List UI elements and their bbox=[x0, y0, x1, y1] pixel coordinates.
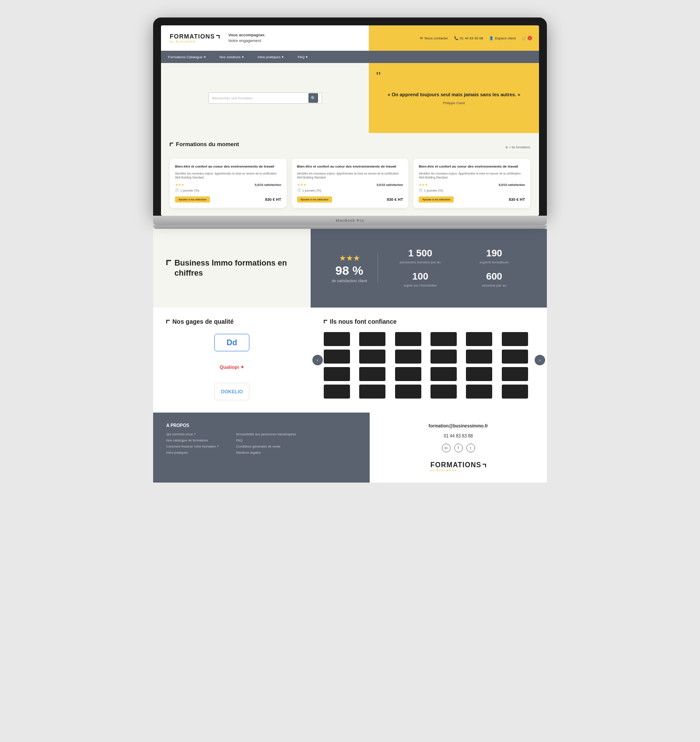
stats-grid: 1 500 personnes formées par an 190 exper… bbox=[378, 248, 536, 288]
trust-next-button[interactable]: › bbox=[535, 355, 545, 365]
trust-logo bbox=[502, 385, 528, 399]
footer-link[interactable]: Infos pratiques bbox=[166, 451, 219, 455]
add-to-selection-button[interactable]: Ajouter à ma sélection bbox=[297, 196, 332, 203]
logo-area: FORMATIONS by BUSINESS bbox=[170, 33, 220, 43]
add-to-selection-button[interactable]: Ajouter à ma sélection bbox=[419, 196, 454, 203]
dd-logo-text: Dd bbox=[227, 338, 237, 347]
clock-icon: 🕐 bbox=[297, 189, 301, 192]
search-button[interactable]: 🔍 bbox=[308, 93, 318, 103]
card-duration: 🕐 1 journée (7h) bbox=[175, 189, 281, 192]
footer-phone: 01 44 83 83 88 bbox=[444, 434, 473, 438]
stat-number-1: 1 500 bbox=[387, 248, 454, 258]
trust-logo bbox=[324, 332, 350, 346]
trust-logo bbox=[395, 350, 421, 364]
trust-logo bbox=[359, 367, 385, 381]
phone-link[interactable]: 📞 01 44 83 83 88 bbox=[454, 36, 483, 40]
nav-item-faq[interactable]: FAQ ▾ bbox=[290, 51, 315, 63]
see-all-link[interactable]: ⊕ + de formations bbox=[505, 146, 530, 149]
qualiopi-logo-text: Qualiopi ✦ bbox=[220, 364, 244, 370]
chevron-down-icon: ▾ bbox=[282, 55, 284, 59]
trust-logo bbox=[430, 385, 457, 399]
clock-icon: 🕐 bbox=[419, 189, 423, 192]
trust-box: Ils nous font confiance ‹ bbox=[311, 308, 547, 413]
satisfaction-label: de satisfaction client bbox=[332, 279, 367, 283]
trust-logo bbox=[324, 385, 350, 399]
trust-logo bbox=[359, 385, 385, 399]
quality-logos: Dd Qualiopi ✦ DOKELIO bbox=[166, 334, 298, 400]
footer-link[interactable]: Mentions légales bbox=[236, 451, 296, 455]
dokelio-logo: DOKELIO bbox=[214, 383, 249, 400]
bottom-website-section: Business Immo formations en chiffres ★★★… bbox=[153, 229, 547, 483]
footer-link[interactable]: FAQ bbox=[236, 438, 296, 442]
hero-quote: « On apprend toujours seul mais jamais s… bbox=[388, 91, 520, 98]
trust-logo bbox=[430, 332, 457, 346]
formation-card: Bien-être et confort au coeur des enviro… bbox=[170, 159, 287, 208]
site-logo: FORMATIONS bbox=[170, 33, 220, 40]
header-right: ✉ Nous contacter 📞 01 44 83 83 88 👤 Espa… bbox=[369, 25, 539, 51]
contact-link[interactable]: ✉ Nous contacter bbox=[420, 36, 448, 40]
trust-logo bbox=[324, 367, 350, 381]
hero-section: Rechercher une formation 🔍 " « On appren… bbox=[161, 63, 539, 133]
nav-item-infos[interactable]: Infos pratiques ▾ bbox=[251, 51, 290, 63]
formations-section-title: Formations du moment bbox=[170, 141, 239, 147]
footer-link[interactable]: Conditions générales de vente bbox=[236, 444, 296, 448]
stat-item-3: 100 sujets sur l'immobilier bbox=[387, 272, 454, 288]
espace-client-link[interactable]: 👤 Espace client bbox=[489, 36, 516, 40]
stat-label-1: personnes formées par an bbox=[387, 260, 454, 265]
card-price: 830 € HT bbox=[387, 197, 403, 202]
trust-logo bbox=[466, 385, 492, 399]
footer-link[interactable]: Nos catalogue de formations bbox=[166, 438, 219, 442]
card-description: Identifiez les nouveaux enjeux. Appréhen… bbox=[175, 172, 281, 179]
quality-logo-qualiopi: Qualiopi ✦ bbox=[214, 358, 249, 376]
website-preview: FORMATIONS by BUSINESS Vous accompagner.… bbox=[161, 25, 539, 216]
card-title: Bien-être et confort au coeur des enviro… bbox=[419, 164, 525, 169]
card-duration: 🕐 1 journée (7h) bbox=[419, 189, 525, 192]
satisfaction-percent: 98 % bbox=[336, 265, 364, 277]
logo-bracket-icon bbox=[216, 35, 220, 38]
stats-numbers-area: ★★★ 98 % de satisfaction client 1 500 pe… bbox=[311, 229, 547, 308]
circle-icon: ⊕ bbox=[505, 146, 508, 149]
add-to-selection-button[interactable]: Ajouter à ma sélection bbox=[175, 196, 210, 203]
cart-link[interactable]: 🛒 1 bbox=[522, 36, 532, 40]
trust-logo bbox=[466, 350, 492, 364]
nav-item-formations[interactable]: Formations Catalogue ▾ bbox=[161, 51, 213, 63]
formation-card: Bien-être et confort au coeur des enviro… bbox=[292, 159, 409, 208]
stat-item-4: 600 sessions par an bbox=[461, 272, 528, 288]
linkedin-icon[interactable]: in bbox=[442, 444, 451, 452]
trust-logo bbox=[324, 350, 350, 364]
card-duration: 🕐 1 journée (7h) bbox=[297, 189, 403, 192]
rating-text: 9,0/10 satisfaction bbox=[499, 183, 525, 186]
nav-item-solutions[interactable]: Nos solutions ▾ bbox=[213, 51, 251, 63]
trust-logo bbox=[502, 367, 528, 381]
footer-social-links: in f t bbox=[442, 444, 475, 452]
laptop-model-label: MacBook Pro bbox=[336, 218, 364, 223]
footer-link[interactable]: Comment financer votre formation ? bbox=[166, 444, 219, 448]
stats-section: Business Immo formations en chiffres ★★★… bbox=[153, 229, 547, 308]
bracket-icon bbox=[324, 320, 327, 323]
footer-link[interactable]: Accessibilité aux personnes handicapées bbox=[236, 432, 296, 436]
stars-icon: ★★★ bbox=[419, 183, 428, 187]
stat-item-2: 190 experts formateurs bbox=[461, 248, 528, 265]
chevron-down-icon: ▾ bbox=[204, 55, 206, 59]
twitter-icon[interactable]: t bbox=[466, 444, 475, 452]
trust-logo bbox=[502, 332, 528, 346]
logo-subtitle: by BUSINESS bbox=[170, 40, 220, 43]
footer-left: A PROPOS Qui sommes-nous ? Nos catalogue… bbox=[153, 413, 370, 483]
trust-prev-button[interactable]: ‹ bbox=[312, 355, 323, 365]
mail-icon: ✉ bbox=[420, 36, 423, 40]
quality-logo-dd: Dd bbox=[214, 334, 249, 351]
search-placeholder: Rechercher une formation bbox=[212, 96, 308, 100]
search-bar[interactable]: Rechercher une formation 🔍 bbox=[208, 92, 322, 104]
footer-logo-sub: by BUSINESS bbox=[430, 469, 486, 472]
laptop-base: MacBook Pro bbox=[153, 216, 547, 225]
footer-link[interactable]: Qui sommes-nous ? bbox=[166, 432, 219, 436]
rating-text: 9,0/10 satisfaction bbox=[377, 183, 403, 186]
stat-number-2: 190 bbox=[461, 248, 528, 258]
card-title: Bien-être et confort au coeur des enviro… bbox=[175, 164, 281, 169]
laptop-screen: FORMATIONS by BUSINESS Vous accompagner.… bbox=[153, 18, 547, 216]
rating-text: 9,0/10 satisfaction bbox=[255, 183, 281, 186]
footer-about-title: A PROPOS bbox=[166, 423, 219, 428]
site-header: FORMATIONS by BUSINESS Vous accompagner.… bbox=[161, 25, 539, 51]
facebook-icon[interactable]: f bbox=[454, 444, 463, 452]
trust-logos-grid bbox=[324, 332, 534, 399]
